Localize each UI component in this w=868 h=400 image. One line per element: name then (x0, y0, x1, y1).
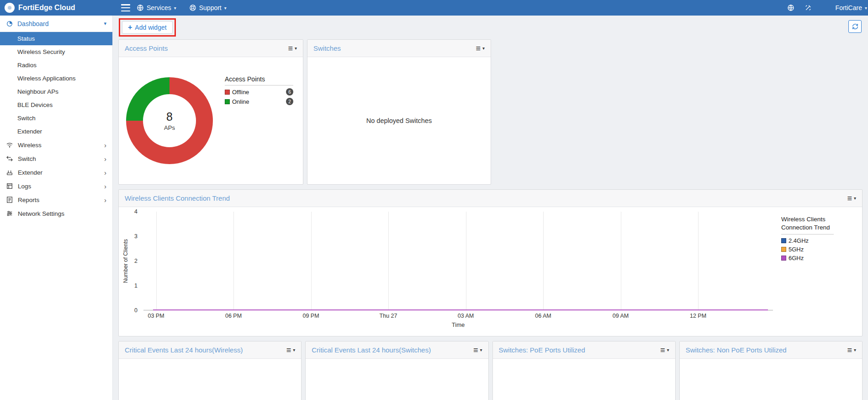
widget-menu-button[interactable]: ≡ ▾ (288, 44, 297, 53)
count-badge: 2 (286, 98, 293, 105)
sidebar-item-extender[interactable]: Extender › (0, 165, 112, 179)
widget-critical-events-switches: Critical Events Last 24 hours(Switches) … (305, 341, 488, 400)
widget-menu-button[interactable]: ≡ ▾ (660, 346, 669, 354)
legend-item-5ghz[interactable]: 5GHz (781, 246, 857, 253)
sidebar: Dashboard ▾ Status Wireless Security Rad… (0, 16, 113, 400)
count-badge: 6 (286, 88, 293, 96)
caret-down-icon: ▾ (480, 347, 482, 352)
gridline (698, 212, 699, 310)
sidebar-item-wireless-applications[interactable]: Wireless Applications (0, 72, 112, 85)
nav-support[interactable]: Support ▾ (183, 0, 233, 16)
nav-forticare[interactable]: FortiCare ▾ (835, 0, 868, 16)
widget-menu-button[interactable]: ≡ ▾ (286, 346, 296, 354)
plot-canvas[interactable] (143, 212, 773, 310)
gridline (466, 212, 466, 310)
switches-empty-state: No deployed Switches (307, 57, 491, 184)
add-widget-button[interactable]: + Add widget (122, 21, 173, 34)
hamburger-menu-icon[interactable] (121, 4, 130, 11)
donut-center: 8 APs (143, 94, 196, 147)
sidebar-item-label: BLE Devices (17, 101, 53, 108)
refresh-button[interactable] (848, 20, 862, 33)
caret-down-icon: ▾ (865, 5, 867, 11)
legend-swatch (225, 99, 230, 104)
legend-swatch (781, 247, 786, 252)
legend-label: 5GHz (789, 246, 804, 253)
widget-title: Switches: PoE Ports Utilized (499, 346, 585, 354)
navbar-right: FortiCare ▾ (787, 0, 868, 16)
plus-icon: + (128, 23, 132, 32)
sidebar-item-wireless-security[interactable]: Wireless Security (0, 45, 112, 59)
legend-item-offline[interactable]: Offline 6 (225, 88, 293, 96)
menu-lines-icon: ≡ (660, 346, 665, 354)
globe-icon[interactable] (787, 4, 794, 11)
legend-item-online[interactable]: Online 2 (225, 98, 293, 105)
widget-header: Switches: PoE Ports Utilized ≡ ▾ (493, 341, 675, 359)
sidebar-item-dashboard[interactable]: Dashboard ▾ (0, 16, 112, 32)
sidebar-item-extender-status[interactable]: Extender (0, 125, 112, 138)
sidebar-item-radios[interactable]: Radios (0, 59, 112, 72)
trend-plot-area: 03 PM 06 PM 09 PM Thu 27 03 AM 06 AM 09 … (143, 212, 773, 335)
sidebar-item-ble-devices[interactable]: BLE Devices (0, 98, 112, 112)
widget-title: Critical Events Last 24 hours(Wireless) (125, 346, 243, 354)
access-points-chart-body: 8 APs Access Points Offline 6 Online (119, 57, 303, 184)
gridline (388, 212, 389, 310)
caret-down-icon: ▾ (667, 347, 669, 352)
sidebar-dashboard-label: Dashboard (17, 20, 49, 27)
sidebar-item-network-settings[interactable]: Network Settings (0, 207, 112, 220)
caret-down-icon: ▾ (295, 46, 297, 51)
sidebar-section-label: Logs (18, 183, 31, 190)
legend-item-6ghz[interactable]: 6GHz (781, 255, 857, 261)
empty-state-text: No deployed Switches (366, 117, 432, 124)
legend-separator (781, 234, 834, 235)
legend-label: 6GHz (789, 255, 804, 261)
sidebar-item-wireless[interactable]: Wireless › (0, 138, 112, 152)
gridline (233, 212, 234, 310)
sidebar-item-label: Wireless Applications (17, 75, 76, 82)
sidebar-item-status[interactable]: Status (0, 32, 112, 45)
sidebar-item-label: Switch (17, 115, 36, 122)
widget-title: Access Points (125, 44, 168, 52)
tools-icon[interactable] (804, 4, 812, 11)
legend-label: 2.4GHz (789, 237, 809, 244)
nav-support-label: Support (199, 4, 222, 11)
sidebar-section-label: Extender (18, 169, 42, 176)
y-axis-label: Number of Clients (122, 212, 129, 310)
services-icon (137, 4, 144, 11)
legend-item-24ghz[interactable]: 2.4GHz (781, 237, 857, 244)
nav-services-label: Services (147, 4, 171, 11)
legend-title: Access Points (225, 75, 293, 85)
sidebar-section-label: Reports (18, 197, 39, 203)
caret-down-icon: ▾ (854, 196, 856, 201)
chevron-right-icon: › (104, 197, 106, 203)
gridline (311, 212, 312, 310)
trend-legend: Wireless Clients Connection Trend 2.4GHz… (773, 212, 857, 335)
gridline (543, 212, 544, 310)
widget-header: Critical Events Last 24 hours(Wireless) … (119, 341, 301, 359)
x-axis-label: Time (143, 320, 773, 331)
widget-header: Access Points ≡ ▾ (119, 40, 303, 57)
widget-header: Critical Events Last 24 hours(Switches) … (306, 341, 488, 359)
sidebar-item-switch[interactable]: Switch › (0, 152, 112, 165)
sidebar-item-neighbour-aps[interactable]: Neighbour APs (0, 85, 112, 98)
widget-menu-button[interactable]: ≡ ▾ (473, 346, 482, 354)
x-tick: 06 AM (535, 313, 551, 319)
access-points-donut[interactable]: 8 APs (126, 77, 213, 164)
sidebar-item-label: Neighbour APs (17, 88, 58, 95)
sidebar-item-switch-status[interactable]: Switch (0, 112, 112, 125)
widget-menu-button[interactable]: ≡ ▾ (847, 194, 856, 203)
sidebar-item-reports[interactable]: Reports › (0, 193, 112, 207)
widget-non-poe-ports-utilized: Switches: Non PoE Ports Utilized ≡ ▾ (679, 341, 863, 400)
sidebar-item-logs[interactable]: Logs › (0, 179, 112, 193)
reports-icon (6, 196, 13, 203)
widget-title: Switches (313, 44, 341, 52)
brand: FortiEdge Cloud (0, 3, 113, 13)
widget-menu-button[interactable]: ≡ ▾ (476, 44, 485, 53)
x-tick: 09 PM (302, 313, 319, 319)
menu-lines-icon: ≡ (286, 346, 291, 354)
y-tick: 0 (134, 307, 138, 314)
x-tick: 06 PM (225, 313, 242, 319)
widget-menu-button[interactable]: ≡ ▾ (847, 346, 856, 354)
nav-services[interactable]: Services ▾ (130, 0, 183, 16)
widget-critical-events-wireless: Critical Events Last 24 hours(Wireless) … (118, 341, 302, 400)
trend-chart-body: Number of Clients 4 3 2 1 0 (119, 207, 862, 336)
